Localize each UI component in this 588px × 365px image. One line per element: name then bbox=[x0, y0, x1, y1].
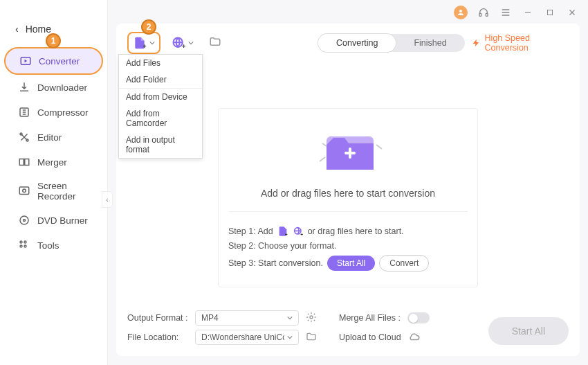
high-speed-conversion[interactable]: High Speed Conversion bbox=[472, 33, 569, 53]
sidebar-item-screen-recorder[interactable]: Screen Recorder bbox=[4, 175, 103, 208]
open-location-icon[interactable] bbox=[306, 331, 317, 344]
sidebar-item-editor[interactable]: Editor bbox=[4, 125, 103, 150]
headphones-icon[interactable] bbox=[477, 6, 490, 19]
home-label: Home bbox=[26, 24, 51, 35]
dropdown-add-output[interactable]: Add in output format bbox=[119, 132, 202, 158]
menu-icon[interactable] bbox=[499, 6, 512, 19]
svg-rect-5 bbox=[25, 159, 29, 166]
output-format-select[interactable]: MP4 bbox=[195, 310, 299, 326]
svg-point-13 bbox=[24, 245, 26, 247]
dropdown-add-camcorder[interactable]: Add from Camcorder bbox=[119, 105, 202, 132]
tab-finished[interactable]: Finished bbox=[396, 34, 464, 52]
tab-converting[interactable]: Converting bbox=[318, 34, 396, 52]
sidebar-item-converter[interactable]: Converter bbox=[4, 47, 103, 75]
editor-icon bbox=[18, 131, 30, 143]
svg-text:+: + bbox=[182, 43, 185, 50]
file-location-value: D:\Wondershare UniConverter 1 bbox=[201, 332, 284, 342]
cloud-icon[interactable] bbox=[408, 330, 421, 345]
merge-all-label: Merge All Files : bbox=[339, 313, 401, 323]
open-folder-button[interactable] bbox=[209, 35, 221, 51]
sidebar-item-label: Compressor bbox=[37, 107, 89, 118]
svg-rect-23 bbox=[349, 148, 351, 159]
add-file-dropdown: Add Files Add Folder Add from Device Add… bbox=[118, 54, 203, 159]
sidebar-item-tools[interactable]: Tools bbox=[4, 233, 103, 258]
svg-point-12 bbox=[20, 245, 22, 247]
chevron-down-icon bbox=[287, 315, 293, 321]
file-location-select[interactable]: D:\Wondershare UniConverter 1 bbox=[195, 330, 299, 345]
callout-badge-1: 1 bbox=[46, 33, 61, 48]
sidebar-item-downloader[interactable]: Downloader bbox=[4, 75, 103, 100]
svg-text:+: + bbox=[143, 43, 146, 50]
chevron-down-icon bbox=[287, 335, 293, 340]
start-all-pill[interactable]: Start All bbox=[327, 256, 375, 271]
add-url-icon: + bbox=[293, 226, 304, 237]
dropdown-add-files[interactable]: Add Files bbox=[119, 55, 202, 71]
output-format-value: MP4 bbox=[201, 313, 219, 323]
sidebar-item-label: Tools bbox=[37, 240, 59, 251]
dropdown-add-folder[interactable]: Add Folder bbox=[119, 71, 202, 88]
sidebar-item-label: DVD Burner bbox=[37, 215, 88, 226]
screen-recorder-icon bbox=[18, 185, 30, 197]
tools-icon bbox=[18, 239, 30, 251]
settings-icon[interactable] bbox=[306, 312, 317, 325]
convert-pill[interactable]: Convert bbox=[379, 255, 429, 271]
downloader-icon bbox=[18, 81, 30, 94]
callout-badge-2: 2 bbox=[141, 19, 156, 35]
svg-rect-16 bbox=[486, 13, 488, 16]
sidebar-item-label: Downloader bbox=[37, 82, 87, 93]
merger-icon bbox=[18, 156, 30, 168]
dropzone-steps: Step 1: Add + + or drag files here to st… bbox=[228, 211, 468, 271]
svg-text:+: + bbox=[300, 232, 303, 237]
maximize-icon[interactable] bbox=[544, 6, 556, 19]
add-file-icon: + bbox=[277, 226, 288, 237]
svg-rect-6 bbox=[19, 187, 29, 195]
sidebar-item-compressor[interactable]: Compressor bbox=[4, 100, 103, 125]
file-location-label: File Location: bbox=[127, 332, 188, 342]
sidebar-collapse-handle[interactable]: ‹ bbox=[102, 191, 113, 208]
step1-post: or drag files here to start. bbox=[308, 226, 404, 236]
dvd-burner-icon bbox=[18, 214, 30, 226]
chevron-left-icon: ‹ bbox=[15, 24, 19, 35]
svg-point-8 bbox=[20, 216, 28, 224]
dropzone[interactable]: Add or drag files here to start conversi… bbox=[218, 108, 478, 287]
step-1: Step 1: Add + + or drag files here to st… bbox=[228, 226, 468, 237]
minimize-icon[interactable] bbox=[522, 6, 534, 19]
content-panel: + + Converting Finished High Speed Conve… bbox=[116, 24, 580, 356]
merge-all-toggle[interactable] bbox=[407, 312, 430, 323]
output-format-label: Output Format : bbox=[127, 313, 188, 323]
step-2: Step 2: Choose your format. bbox=[228, 241, 468, 251]
upload-cloud-label: Upload to Cloud bbox=[339, 332, 401, 342]
dropzone-illustration bbox=[228, 124, 468, 179]
sidebar-item-merger[interactable]: Merger bbox=[4, 150, 103, 175]
sidebar-item-label: Screen Recorder bbox=[37, 181, 93, 202]
start-all-button[interactable]: Start All bbox=[488, 317, 569, 345]
chevron-down-icon bbox=[188, 40, 194, 46]
lightning-icon bbox=[472, 38, 481, 48]
sidebar-item-label: Merger bbox=[37, 157, 67, 168]
main-area: + + Converting Finished High Speed Conve… bbox=[108, 0, 588, 365]
sidebar: ‹ Home Converter Downloader Compressor E… bbox=[0, 0, 108, 365]
toolbar: + + Converting Finished High Speed Conve… bbox=[127, 32, 569, 54]
add-url-button[interactable]: + bbox=[167, 33, 198, 53]
high-speed-label: High Speed Conversion bbox=[485, 33, 569, 53]
dropdown-add-device[interactable]: Add from Device bbox=[119, 89, 202, 105]
svg-rect-17 bbox=[548, 10, 553, 15]
step1-pre: Step 1: Add bbox=[228, 226, 273, 236]
close-icon[interactable] bbox=[566, 6, 578, 19]
bottom-bar: Output Format : MP4 Merge All Files : Fi… bbox=[127, 306, 569, 349]
svg-point-7 bbox=[23, 189, 26, 193]
sidebar-item-dvd-burner[interactable]: DVD Burner bbox=[4, 208, 103, 233]
add-file-button[interactable]: + bbox=[127, 32, 160, 54]
avatar-icon[interactable] bbox=[454, 6, 468, 19]
sidebar-item-label: Converter bbox=[39, 56, 80, 66]
svg-point-10 bbox=[20, 241, 22, 243]
svg-point-11 bbox=[24, 241, 26, 243]
conversion-tabs: Converting Finished bbox=[318, 34, 465, 52]
svg-rect-15 bbox=[479, 13, 481, 16]
svg-point-14 bbox=[459, 10, 462, 12]
svg-rect-4 bbox=[19, 159, 24, 166]
titlebar bbox=[108, 0, 588, 21]
compressor-icon bbox=[18, 106, 30, 118]
step3-label: Step 3: Start conversion. bbox=[228, 258, 323, 268]
nav-list: Converter Downloader Compressor Editor M… bbox=[0, 47, 107, 258]
